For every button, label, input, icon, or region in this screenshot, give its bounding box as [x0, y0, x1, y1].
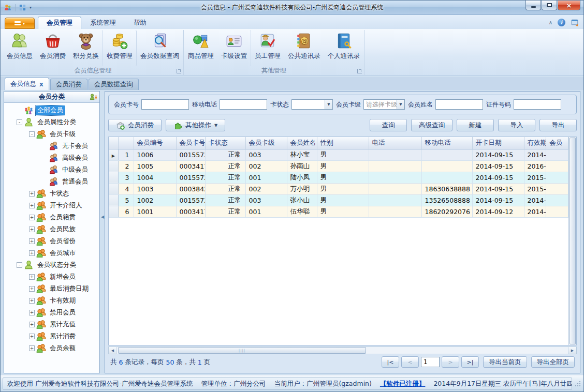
quick-access-layout-icon[interactable]	[19, 4, 26, 11]
tree-expander-icon[interactable]: +	[29, 310, 35, 315]
mobile-cell[interactable]	[421, 160, 472, 172]
document-tab[interactable]: 会员数据查询 x	[89, 79, 139, 90]
member-name-cell[interactable]: 万小明	[287, 183, 317, 194]
horizontal-scrollbar[interactable]: ◀ ▶	[108, 346, 577, 354]
ribbon-tab[interactable]: 会员管理	[38, 17, 81, 29]
tree-expander-icon[interactable]: +	[29, 215, 35, 220]
column-header[interactable]: 性别	[317, 137, 369, 149]
dialog-launcher-icon[interactable]	[357, 69, 362, 73]
mobile-cell[interactable]: 13526508888	[421, 194, 472, 206]
card-status-cell[interactable]: 正常	[205, 194, 245, 206]
member-name-input[interactable]	[435, 99, 483, 110]
ribbon-button[interactable]: 会员数据查询	[137, 30, 183, 66]
ribbon-button[interactable]: 个人通讯录	[324, 30, 364, 66]
ribbon-button[interactable]: 商品管理	[184, 30, 217, 66]
tree-expander-icon[interactable]: +	[29, 227, 35, 232]
valid-date-cell[interactable]: 2015-03-30	[524, 183, 546, 194]
mobile-cell[interactable]: 18630638888	[421, 183, 472, 194]
member-id-cell[interactable]: 1003	[134, 183, 176, 194]
tree-item[interactable]: + 最后消费日期	[4, 283, 99, 295]
tree-item[interactable]: + 新增会员	[4, 271, 99, 283]
gender-cell[interactable]: 男	[317, 183, 369, 194]
toolbar-button[interactable]: 新建	[457, 119, 494, 131]
card-status-cell[interactable]: 正常	[205, 183, 245, 194]
card-status-cell[interactable]: 正常	[205, 149, 245, 160]
tree-item[interactable]: + 累计消费	[4, 330, 99, 342]
valid-date-cell[interactable]: 2016-09-15	[524, 160, 546, 172]
card-level-cell[interactable]: 003	[245, 149, 287, 160]
vertical-scrollbar[interactable]	[568, 137, 576, 345]
open-date-cell[interactable]: 2014-09-15	[472, 194, 524, 206]
tree-item[interactable]: 全部会员	[4, 104, 99, 116]
tree-expander-icon[interactable]: +	[29, 274, 35, 280]
column-header[interactable]: 开卡日期	[472, 137, 524, 149]
registered-link[interactable]: 【软件已注册】	[380, 380, 426, 388]
column-header[interactable]: 会员卡级	[245, 137, 287, 149]
member-name-cell[interactable]: 孙南山	[287, 160, 317, 172]
tree-expander-icon[interactable]: +	[29, 238, 35, 244]
member-list-icon[interactable]	[90, 93, 97, 101]
application-menu-button[interactable]: ▾	[5, 18, 35, 29]
page-number-input[interactable]	[421, 357, 440, 367]
member-name-cell[interactable]: 林小宝	[287, 149, 317, 160]
document-tab[interactable]: 会员信息 x	[5, 78, 49, 90]
card-no-cell[interactable]: 0003417269	[176, 160, 205, 172]
phone-cell[interactable]	[369, 172, 421, 183]
tree-item[interactable]: - 会员卡级	[4, 128, 99, 140]
row-selector-cell[interactable]: ▶	[109, 160, 118, 172]
valid-date-cell[interactable]: 2014-12-30	[524, 206, 546, 217]
scroll-left-icon[interactable]: ◀	[109, 347, 117, 354]
toolbar-button[interactable]: 导出	[539, 119, 577, 131]
column-header[interactable]: 会员卡号	[176, 137, 205, 149]
column-header[interactable]: 会员姓名	[287, 137, 317, 149]
resize-grip[interactable]	[574, 380, 581, 387]
card-no-input[interactable]	[141, 99, 189, 110]
collapse-ribbon-icon[interactable]: ∧	[549, 20, 552, 25]
column-header[interactable]: 有效期	[524, 137, 546, 149]
row-selector-cell[interactable]: ▶	[109, 149, 118, 160]
mobile-input[interactable]	[220, 99, 267, 110]
mobile-cell[interactable]: 18620292076	[421, 206, 472, 217]
ribbon-button[interactable]: 积分兑换	[69, 30, 103, 66]
伍华聪[interactable]: ▶ 6 1001 0003417130 正常 001 伍华聪 男 1862029…	[109, 206, 568, 217]
column-header[interactable]: 会员编号	[134, 137, 176, 149]
tree-item[interactable]: + 卡有效期	[4, 295, 99, 307]
export-current-page-button[interactable]: 导出当前页	[483, 356, 527, 368]
column-header[interactable]: 移动电话	[421, 137, 472, 149]
phone-cell[interactable]	[369, 194, 421, 206]
column-header[interactable]: 会员	[546, 137, 568, 149]
card-level-cell[interactable]: 002	[245, 160, 287, 172]
张小山[interactable]: ▶ 5 1002 0015572264 正常 003 张小山 男 1352650…	[109, 194, 568, 206]
open-date-cell[interactable]: 2014-09-15	[472, 160, 524, 172]
tree-item[interactable]: - 会员状态分类	[4, 259, 99, 271]
tree-item[interactable]: + 会员余额	[4, 342, 99, 354]
card-status-cell[interactable]: 正常	[205, 172, 245, 183]
tab-close-icon[interactable]: x	[39, 81, 43, 88]
tree-expander-icon[interactable]: +	[29, 298, 35, 304]
tree-item[interactable]: + 会员城市	[4, 247, 99, 259]
member-name-cell[interactable]: 伍华聪	[287, 206, 317, 217]
member-id-cell[interactable]: 1006	[134, 149, 176, 160]
chevron-down-icon[interactable]: ▼	[325, 100, 332, 109]
sidebar-collapse-handle[interactable]: ◀	[100, 91, 105, 373]
card-level-cell[interactable]: 001	[245, 172, 287, 183]
孙南山[interactable]: ▶ 2 1005 0003417269 正常 002 孙南山 男 2014-	[109, 160, 568, 172]
陆小凤[interactable]: ▶ 3 1004 0015572389 正常 001 陆小凤 男 2014-	[109, 172, 568, 183]
extra-cell[interactable]	[546, 206, 568, 217]
scroll-right-icon[interactable]: ▶	[568, 347, 576, 354]
gender-cell[interactable]: 男	[317, 194, 369, 206]
ribbon-tab[interactable]: 帮助	[125, 17, 155, 29]
ribbon-button[interactable]: 员工管理	[251, 30, 284, 66]
dialog-launcher-icon[interactable]	[177, 69, 181, 73]
column-header[interactable]: 卡状态	[205, 137, 245, 149]
phone-cell[interactable]	[369, 149, 421, 160]
valid-date-cell[interactable]: 2014-10-30	[524, 194, 546, 206]
tree-item[interactable]: + 累计充值	[4, 319, 99, 330]
member-id-cell[interactable]: 1002	[134, 194, 176, 206]
tree-expander-icon[interactable]: +	[29, 322, 35, 327]
quick-access-caret-icon[interactable]: ▾	[30, 5, 32, 10]
row-selector-cell[interactable]: ▶	[109, 183, 118, 194]
open-date-cell[interactable]: 2014-09-15	[472, 183, 524, 194]
tree-item[interactable]: - 会员属性分类	[4, 116, 99, 128]
open-date-cell[interactable]: 2014-09-15	[472, 149, 524, 160]
